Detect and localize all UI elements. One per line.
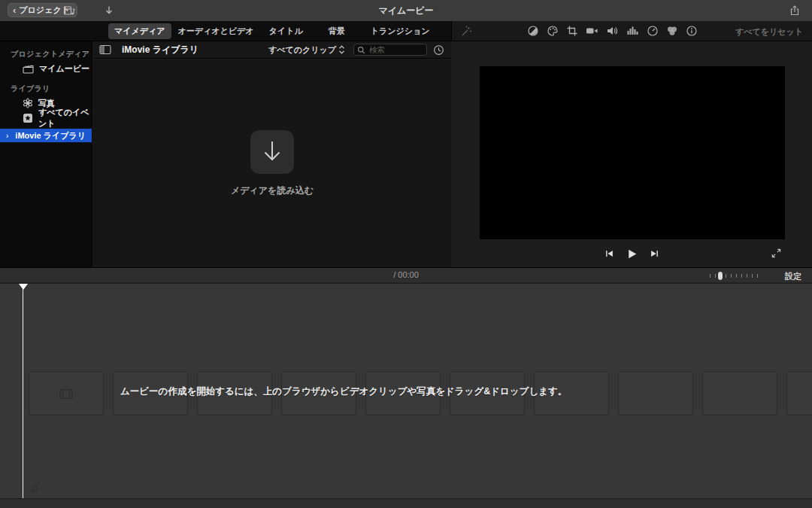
share-icon[interactable] <box>789 5 801 17</box>
sidebar-item-my-movie[interactable]: マイムービー <box>0 61 92 76</box>
search-icon <box>357 46 365 54</box>
all-events-star-icon <box>23 113 33 123</box>
tab-transitions[interactable]: トランジション <box>365 23 436 39</box>
import-arrow-icon[interactable] <box>103 5 115 17</box>
media-browser-icon[interactable] <box>63 5 76 17</box>
color-correction-palette-icon[interactable] <box>547 25 559 37</box>
clip-filter-value: すべてのクリップ <box>268 44 336 56</box>
tab-my-media[interactable]: マイメディア <box>108 23 171 39</box>
clip-filter-circles-icon[interactable] <box>666 25 678 37</box>
sidebar-section-project-media: プロジェクトメディア <box>11 49 92 59</box>
transport-controls <box>452 243 812 264</box>
enhance-wand-icon[interactable] <box>460 25 473 38</box>
placeholder-clip-frame <box>29 372 104 415</box>
tab-backgrounds[interactable]: 背景 <box>323 23 351 39</box>
placeholder-clip-frame <box>702 372 777 415</box>
media-tab-bar: マイメディア オーディオとビデオ タイトル 背景 トランジション <box>0 21 451 41</box>
play-icon[interactable] <box>626 248 638 260</box>
clapperboard-icon <box>23 64 34 74</box>
sidebar-item-imovie-library[interactable]: › iMovie ライブラリ <box>0 129 92 142</box>
crop-icon[interactable] <box>566 25 578 37</box>
viewer-pane <box>452 41 812 267</box>
placeholder-clip-frame <box>786 372 812 415</box>
sidebar-item-label: iMovie ライブラリ <box>15 130 86 141</box>
tab-titles[interactable]: タイトル <box>263 23 309 39</box>
skip-forward-icon[interactable] <box>649 248 660 259</box>
timeline-bottom-strip <box>0 498 812 508</box>
playhead-line[interactable] <box>23 284 23 498</box>
playhead-handle[interactable] <box>19 284 28 290</box>
import-media-button[interactable] <box>250 130 294 174</box>
browser-header: iMovie ライブラリ すべてのクリップ <box>93 41 451 59</box>
sidebar-section-library: ライブラリ <box>11 84 92 94</box>
back-button-label: プロジェクト <box>19 5 70 16</box>
sidebar-toggle-icon[interactable] <box>99 44 111 55</box>
import-media-label: メディアを読み込む <box>231 184 314 197</box>
zoom-slider-track[interactable] <box>710 273 761 278</box>
color-balance-icon[interactable] <box>527 25 539 37</box>
disclosure-chevron-icon[interactable]: › <box>6 132 8 140</box>
photos-flower-icon <box>23 98 33 108</box>
speed-icon[interactable] <box>647 25 659 37</box>
browser-pane-title: iMovie ライブラリ <box>122 44 198 56</box>
timeline-settings-button[interactable]: 設定 <box>785 271 801 282</box>
timeline-area[interactable]: ムービーの作成を開始するには、上のブラウザからビデオクリップや写真をドラッグ&ド… <box>0 284 812 498</box>
imovie-window: ‹ プロジェクト マイムービー マイメディア オーディオとビデオ <box>0 0 812 508</box>
zoom-slider-thumb[interactable] <box>717 271 723 281</box>
volume-icon[interactable] <box>606 25 619 37</box>
title-bar: ‹ プロジェクト マイムービー <box>0 0 812 21</box>
timeline-toolbar: / 00:00 設定 <box>0 267 812 283</box>
timeline-drop-hint: ムービーの作成を開始するには、上のブラウザからビデオクリップや写真をドラッグ&ド… <box>120 385 567 398</box>
clip-filter-dropdown[interactable]: すべてのクリップ <box>268 44 346 56</box>
adjustment-toolbar: すべてをリセット <box>451 21 812 41</box>
sidebar-item-label: すべてのイベント <box>38 107 92 129</box>
sidebar-item-all-events[interactable]: すべてのイベント <box>0 111 92 126</box>
clip-duration-clock-icon[interactable] <box>433 44 444 56</box>
search-field[interactable] <box>353 44 427 56</box>
timeline-zoom-slider[interactable] <box>710 271 761 281</box>
media-browser-body: メディアを読み込む <box>93 59 451 267</box>
window-title: マイムービー <box>0 0 812 21</box>
library-sidebar: プロジェクトメディア マイムービー ライブラリ <box>0 41 92 267</box>
sidebar-item-label: マイムービー <box>39 63 89 75</box>
skip-back-icon[interactable] <box>604 248 615 259</box>
stabilization-camera-icon[interactable] <box>586 25 598 37</box>
search-input[interactable] <box>368 44 423 55</box>
fullscreen-icon[interactable] <box>771 248 782 259</box>
timeline-duration-display: / 00:00 <box>0 270 812 279</box>
music-note-icon: ♫ <box>30 481 38 494</box>
reset-all-button[interactable]: すべてをリセット <box>735 26 803 38</box>
adjust-icon-group <box>527 25 700 37</box>
noise-equalizer-icon[interactable] <box>626 25 639 37</box>
download-arrow-icon <box>261 139 283 165</box>
film-strip-icon <box>59 388 73 400</box>
back-chevron-icon: ‹ <box>13 5 16 15</box>
video-preview[interactable] <box>480 66 785 239</box>
chevron-updown-icon <box>338 44 346 55</box>
tab-audio-video[interactable]: オーディオとビデオ <box>172 23 260 39</box>
placeholder-clip-frame <box>618 372 693 415</box>
info-icon[interactable] <box>686 25 698 37</box>
